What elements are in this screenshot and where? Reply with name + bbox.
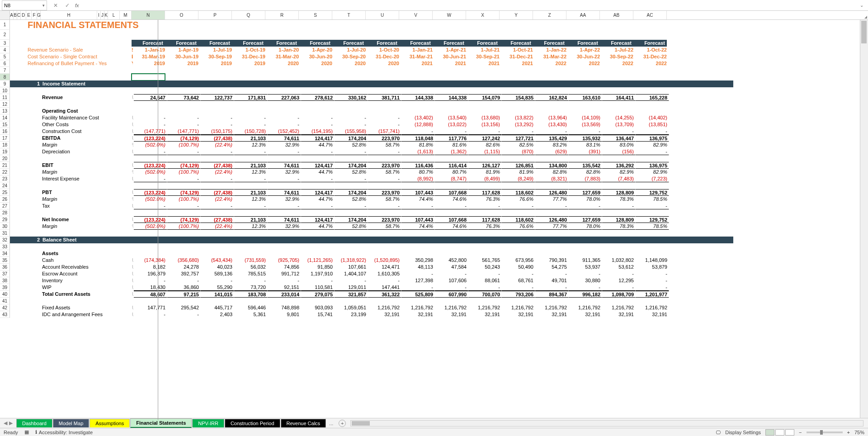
cell-wip-1[interactable]: 36,860: [167, 284, 201, 291]
cell-revenue-2[interactable]: 122,737: [201, 94, 234, 101]
cell-tca-15[interactable]: 1,201,977: [636, 291, 669, 298]
label-margin[interactable]: Margin: [41, 142, 131, 148]
cell-dep-1[interactable]: -: [167, 148, 201, 155]
cell-dep-14[interactable]: (156): [602, 148, 636, 155]
cell-ar-7[interactable]: 124,471: [368, 264, 401, 270]
cell-tca-3[interactable]: 183,708: [234, 291, 268, 298]
cell-wip-10[interactable]: -: [468, 284, 502, 291]
row-header-21[interactable]: 21: [0, 162, 10, 169]
horizontal-scrollbar[interactable]: [350, 420, 863, 427]
cell-tax-1[interactable]: -: [167, 203, 201, 209]
cell-pbtm-1[interactable]: (100.7%): [167, 196, 201, 203]
row-header-28[interactable]: 28: [0, 209, 10, 216]
cell-constr-3[interactable]: (150,728): [234, 128, 268, 135]
cell-ar-0[interactable]: 8,182: [134, 264, 167, 270]
cell-ebit-11[interactable]: 126,851: [502, 162, 535, 169]
cell-pbtm-14[interactable]: 78.3%: [602, 196, 636, 203]
cell-ebit-15[interactable]: 136,975: [636, 162, 669, 169]
cell-pbtm-11[interactable]: 76.6%: [502, 196, 535, 203]
cell-fa-15[interactable]: 1,216,792: [636, 304, 669, 311]
zoom-out-button[interactable]: −: [799, 430, 802, 435]
row-header-39[interactable]: 39: [0, 284, 10, 291]
period-forecast-2[interactable]: Forecast: [198, 40, 232, 47]
cell-ebit-10[interactable]: 126,127: [468, 162, 502, 169]
cell-revenue-12[interactable]: 162,824: [535, 94, 569, 101]
label-end-date[interactable]: End Date: [130, 53, 133, 60]
cell-other-8[interactable]: (12,888): [401, 121, 435, 128]
cell-pbt-0[interactable]: (123,224): [134, 189, 167, 196]
row-header-19[interactable]: 19: [0, 148, 10, 155]
cell-ebitdam-7[interactable]: 58.7%: [368, 142, 401, 148]
row-header-35[interactable]: 35: [0, 257, 10, 264]
unit-constr[interactable]: US$000: [131, 128, 134, 135]
cell-idc-10[interactable]: 32,191: [468, 311, 502, 318]
cell-ar-2[interactable]: 40,023: [201, 264, 234, 270]
cell-ebitda-14[interactable]: 136,447: [602, 135, 636, 142]
cell-idc-8[interactable]: 32,191: [401, 311, 435, 318]
cell-tax-8[interactable]: -: [401, 203, 435, 209]
period-year-6[interactable]: 2020: [334, 60, 368, 67]
tab-nav-prev-icon[interactable]: ◀: [4, 420, 7, 426]
cell-ebitdam-2[interactable]: (22.4%): [201, 142, 234, 148]
cell-pbtm-3[interactable]: 12.3%: [234, 196, 268, 203]
cell-pbt-5[interactable]: 124,417: [301, 189, 335, 196]
cell-idc-1[interactable]: -: [167, 311, 201, 318]
row-header-20[interactable]: 20: [0, 155, 10, 162]
row-header-15[interactable]: 15: [0, 121, 10, 128]
cell-cash-7[interactable]: (1,520,895): [368, 257, 401, 264]
period-start-5[interactable]: 1-Apr-20: [301, 47, 334, 53]
cell-ebitm-3[interactable]: 12.3%: [234, 169, 268, 175]
cell-wip-6[interactable]: 129,011: [335, 284, 368, 291]
unit-tca[interactable]: US$000: [131, 291, 134, 298]
label-ar[interactable]: Account Receivables: [41, 264, 131, 270]
cancel-formula-icon[interactable]: ✕: [52, 2, 60, 9]
cell-tca-7[interactable]: 361,322: [368, 291, 401, 298]
cell-tca-4[interactable]: 233,014: [268, 291, 301, 298]
period-end-7[interactable]: 31-Dec-20: [368, 53, 401, 60]
col-header-O[interactable]: O: [165, 11, 198, 19]
cell-ebitdam-13[interactable]: 83.1%: [569, 142, 602, 148]
tab-nav-next-icon[interactable]: ▶: [9, 420, 13, 426]
cell-cash-4[interactable]: (925,705): [268, 257, 301, 264]
cell-inv-2[interactable]: -: [201, 277, 234, 284]
cell-idc-7[interactable]: 32,191: [368, 311, 401, 318]
row-header-42[interactable]: 42: [0, 304, 10, 311]
cell-revenue-6[interactable]: 330,162: [335, 94, 368, 101]
cell-ebitdam-6[interactable]: 52.8%: [335, 142, 368, 148]
cell-constr-1[interactable]: (147,771): [167, 128, 201, 135]
period-start-7[interactable]: 1-Oct-20: [368, 47, 401, 53]
cell-ar-10[interactable]: 50,243: [468, 264, 502, 270]
cell-inv-9[interactable]: 107,606: [435, 277, 468, 284]
unit-tax[interactable]: US$000: [131, 203, 134, 209]
cell-dep-12[interactable]: (629): [535, 148, 569, 155]
cell-revenue-7[interactable]: 381,711: [368, 94, 401, 101]
label-fmc[interactable]: Facility Maintenance Cost: [41, 114, 131, 121]
unit-margin[interactable]: %: [131, 196, 134, 203]
cell-pbtm-7[interactable]: 58.7%: [368, 196, 401, 203]
cell-tax-3[interactable]: -: [234, 203, 268, 209]
accessibility-status[interactable]: Accessibility: Investigate: [39, 430, 93, 435]
period-start-9[interactable]: 1-Apr-21: [434, 47, 468, 53]
cell-inv-0[interactable]: -: [134, 277, 167, 284]
cell-ar-8[interactable]: 48,113: [401, 264, 435, 270]
cell-nim-15[interactable]: 78.5%: [636, 223, 669, 230]
cell-fmc-0[interactable]: -: [134, 114, 167, 121]
cell-intexp-9[interactable]: (8,747): [435, 175, 468, 182]
cell-ebitm-15[interactable]: 82.9%: [636, 169, 669, 175]
cell-pbtm-9[interactable]: 74.6%: [435, 196, 468, 203]
cell-idc-5[interactable]: 15,741: [301, 311, 335, 318]
cell-ebit-13[interactable]: 135,542: [569, 162, 602, 169]
period-forecast-13[interactable]: Forecast: [566, 40, 600, 47]
col-header-G[interactable]: G: [37, 11, 41, 19]
cell-constr-7[interactable]: (157,741): [368, 128, 401, 135]
period-forecast-5[interactable]: Forecast: [299, 40, 332, 47]
cell-tca-12[interactable]: 894,367: [535, 291, 569, 298]
unit-fa[interactable]: US$000: [131, 304, 134, 311]
cell-revenue-11[interactable]: 154,835: [502, 94, 535, 101]
cell-wip-13[interactable]: -: [569, 284, 602, 291]
cell-ebitdam-14[interactable]: 83.0%: [602, 142, 636, 148]
cell-dep-0[interactable]: -: [134, 148, 167, 155]
cell-constr-11[interactable]: -: [502, 128, 535, 135]
label-ni[interactable]: Net Income: [41, 216, 131, 223]
cell-escrow-9[interactable]: -: [435, 270, 468, 277]
